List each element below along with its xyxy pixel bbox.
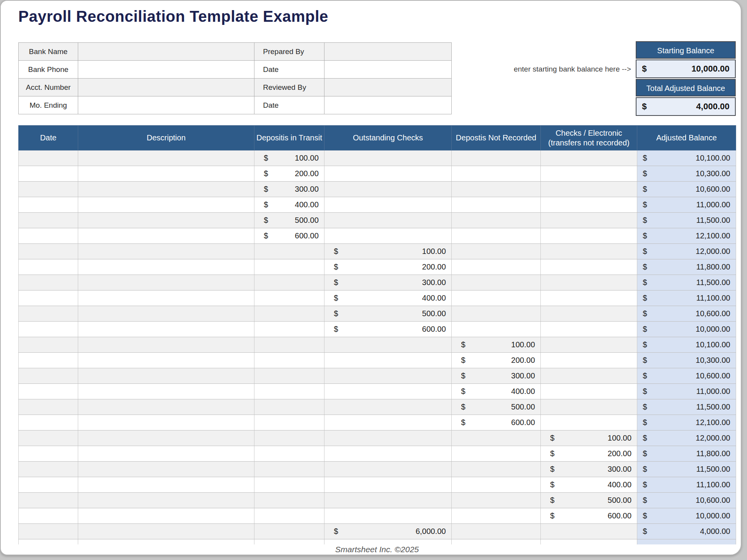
cell-deposits-in-transit[interactable]: $200.00: [254, 166, 324, 182]
cell-date[interactable]: [19, 150, 78, 166]
cell-deposits-in-transit[interactable]: [254, 290, 324, 306]
cell-outstanding-checks[interactable]: [324, 166, 452, 182]
cell-outstanding-checks[interactable]: [324, 368, 452, 384]
cell-checks-electronic[interactable]: $200.00: [541, 446, 637, 462]
cell-checks-electronic[interactable]: $300.00: [541, 462, 637, 477]
cell-deposits-not-recorded[interactable]: $500.00: [452, 399, 541, 415]
cell-adjusted-balance[interactable]: $10,100.00: [637, 337, 736, 353]
cell-deposits-in-transit[interactable]: [254, 430, 324, 446]
form-input-acct-number[interactable]: [78, 79, 254, 96]
cell-deposits-not-recorded[interactable]: [452, 524, 541, 539]
cell-deposits-in-transit[interactable]: [254, 462, 324, 477]
cell-checks-electronic[interactable]: [541, 197, 637, 213]
cell-description[interactable]: [78, 182, 254, 197]
cell-deposits-not-recorded[interactable]: $200.00: [452, 353, 541, 368]
cell-deposits-not-recorded[interactable]: [452, 462, 541, 477]
cell-date[interactable]: [19, 430, 78, 446]
form-input-bank-phone[interactable]: [78, 61, 254, 79]
cell-adjusted-balance[interactable]: $10,000.00: [637, 322, 736, 337]
cell-date[interactable]: [19, 384, 78, 399]
cell-date[interactable]: [19, 353, 78, 368]
cell-outstanding-checks[interactable]: [324, 462, 452, 477]
cell-deposits-in-transit[interactable]: $400.00: [254, 197, 324, 213]
cell-checks-electronic[interactable]: $400.00: [541, 477, 637, 493]
cell-deposits-in-transit[interactable]: [254, 539, 324, 545]
form-input-reviewed-date[interactable]: [324, 96, 452, 114]
cell-outstanding-checks[interactable]: [324, 508, 452, 524]
cell-deposits-in-transit[interactable]: $500.00: [254, 213, 324, 228]
cell-checks-electronic[interactable]: [541, 259, 637, 275]
cell-deposits-in-transit[interactable]: [254, 384, 324, 399]
cell-adjusted-balance[interactable]: $11,500.00: [637, 213, 736, 228]
cell-description[interactable]: [78, 430, 254, 446]
cell-date[interactable]: [19, 524, 78, 539]
cell-date[interactable]: [19, 197, 78, 213]
cell-date[interactable]: [19, 213, 78, 228]
cell-deposits-not-recorded[interactable]: [452, 150, 541, 166]
cell-outstanding-checks[interactable]: [324, 337, 452, 353]
cell-outstanding-checks[interactable]: [324, 353, 452, 368]
cell-checks-electronic[interactable]: $600.00: [541, 508, 637, 524]
cell-deposits-not-recorded[interactable]: [452, 446, 541, 462]
cell-deposits-in-transit[interactable]: [254, 524, 324, 539]
cell-checks-electronic[interactable]: [541, 275, 637, 290]
cell-checks-electronic[interactable]: $100.00: [541, 430, 637, 446]
cell-adjusted-balance[interactable]: $11,100.00: [637, 477, 736, 493]
cell-checks-electronic[interactable]: [541, 306, 637, 322]
cell-deposits-not-recorded[interactable]: [452, 508, 541, 524]
cell-deposits-not-recorded[interactable]: [452, 244, 541, 259]
cell-outstanding-checks[interactable]: $200.00: [324, 259, 452, 275]
cell-date[interactable]: [19, 275, 78, 290]
cell-date[interactable]: [19, 306, 78, 322]
cell-adjusted-balance[interactable]: $10,300.00: [637, 166, 736, 182]
cell-deposits-in-transit[interactable]: [254, 275, 324, 290]
cell-description[interactable]: [78, 524, 254, 539]
cell-date[interactable]: [19, 337, 78, 353]
cell-checks-electronic[interactable]: [541, 353, 637, 368]
cell-adjusted-balance[interactable]: $11,800.00: [637, 446, 736, 462]
cell-date[interactable]: [19, 462, 78, 477]
cell-deposits-not-recorded[interactable]: [452, 322, 541, 337]
cell-checks-electronic[interactable]: [541, 322, 637, 337]
cell-description[interactable]: [78, 166, 254, 182]
cell-adjusted-balance[interactable]: $10,000.00: [637, 508, 736, 524]
cell-deposits-in-transit[interactable]: [254, 353, 324, 368]
cell-deposits-in-transit[interactable]: [254, 446, 324, 462]
cell-deposits-not-recorded[interactable]: $300.00: [452, 368, 541, 384]
cell-deposits-not-recorded[interactable]: [452, 430, 541, 446]
cell-description[interactable]: [78, 415, 254, 430]
cell-outstanding-checks[interactable]: $6,000.00: [324, 524, 452, 539]
cell-checks-electronic[interactable]: [541, 384, 637, 399]
cell-outstanding-checks[interactable]: [324, 446, 452, 462]
cell-description[interactable]: [78, 399, 254, 415]
cell-checks-electronic[interactable]: [541, 182, 637, 197]
cell-checks-electronic[interactable]: [541, 213, 637, 228]
cell-description[interactable]: [78, 228, 254, 244]
cell-description[interactable]: [78, 477, 254, 493]
cell-adjusted-balance[interactable]: $10,600.00: [637, 182, 736, 197]
cell-checks-electronic[interactable]: [541, 337, 637, 353]
cell-checks-electronic[interactable]: [541, 399, 637, 415]
cell-description[interactable]: [78, 322, 254, 337]
cell-deposits-not-recorded[interactable]: [452, 306, 541, 322]
cell-outstanding-checks[interactable]: [324, 213, 452, 228]
cell-deposits-not-recorded[interactable]: [452, 259, 541, 275]
cell-adjusted-balance[interactable]: $11,500.00: [637, 275, 736, 290]
cell-adjusted-balance[interactable]: $11,500.00: [637, 399, 736, 415]
cell-outstanding-checks[interactable]: [324, 150, 452, 166]
cell-deposits-in-transit[interactable]: [254, 508, 324, 524]
cell-description[interactable]: [78, 197, 254, 213]
cell-deposits-in-transit[interactable]: $100.00: [254, 150, 324, 166]
cell-description[interactable]: [78, 446, 254, 462]
cell-outstanding-checks[interactable]: [324, 539, 452, 545]
cell-outstanding-checks[interactable]: [324, 228, 452, 244]
cell-date[interactable]: [19, 228, 78, 244]
cell-date[interactable]: [19, 493, 78, 508]
cell-outstanding-checks[interactable]: [324, 415, 452, 430]
cell-date[interactable]: [19, 166, 78, 182]
form-input-prepared-by[interactable]: [324, 43, 452, 61]
form-input-bank-name[interactable]: [78, 43, 254, 61]
cell-date[interactable]: [19, 259, 78, 275]
cell-description[interactable]: [78, 337, 254, 353]
cell-deposits-not-recorded[interactable]: $600.00: [452, 415, 541, 430]
